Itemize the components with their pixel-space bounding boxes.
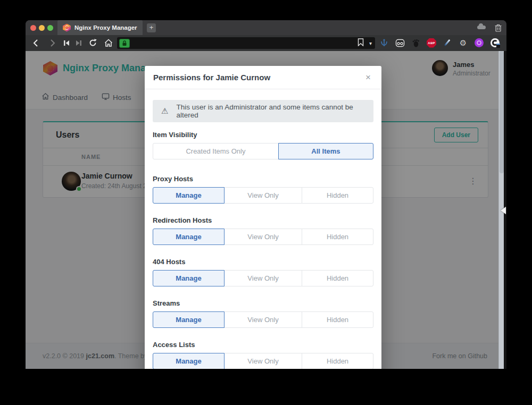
modal-title: Permissions for Jamie Curnow xyxy=(153,73,270,82)
404-hosts-label: 404 Hosts xyxy=(153,258,373,266)
cloud-sync-icon[interactable] xyxy=(477,26,486,29)
visibility-created-items-only-button[interactable]: Created Items Only xyxy=(153,143,279,159)
bookmark-icon[interactable] xyxy=(358,38,364,48)
home-button[interactable] xyxy=(104,38,113,50)
redirection-hosts-label: Redirection Hosts xyxy=(153,216,373,224)
redirection-hosts-view-only-button[interactable]: View Only xyxy=(224,229,302,245)
browser-toolbar: ▾ ABP ⚙ xyxy=(26,35,506,51)
trash-icon[interactable] xyxy=(495,24,502,34)
page-viewport: Nginx Proxy Manager James Administrator … xyxy=(26,51,506,369)
warning-icon: ⚠ xyxy=(161,106,168,116)
streams-label: Streams xyxy=(153,299,373,307)
item-visibility-label: Item Visibility xyxy=(153,131,373,139)
redirection-hosts-manage-button[interactable]: Manage xyxy=(153,229,225,245)
streams-manage-button[interactable]: Manage xyxy=(153,311,225,328)
skip-start-button[interactable] xyxy=(63,39,70,49)
proxy-hosts-hidden-button[interactable]: Hidden xyxy=(302,187,373,204)
404-hosts-hidden-button[interactable]: Hidden xyxy=(302,270,373,286)
maximize-window-button[interactable] xyxy=(47,25,53,31)
minimize-window-button[interactable] xyxy=(39,25,45,31)
privacy-extension-icon[interactable] xyxy=(490,38,500,48)
ssl-lock-icon[interactable] xyxy=(119,39,130,48)
proxy-hosts-label: Proxy Hosts xyxy=(153,175,373,183)
color-picker-extension-icon[interactable] xyxy=(442,38,452,48)
access-lists-view-only-button[interactable]: View Only xyxy=(224,353,302,369)
gnome-foot-extension-icon[interactable] xyxy=(411,38,421,48)
browser-tab[interactable]: Nginx Proxy Manager xyxy=(57,20,143,35)
redirection-hosts-group: Manage View Only Hidden xyxy=(153,229,373,245)
access-lists-group: Manage View Only Hidden xyxy=(153,353,373,369)
bookmark-caret-icon[interactable]: ▾ xyxy=(369,40,372,46)
back-button[interactable] xyxy=(32,39,40,49)
access-lists-label: Access Lists xyxy=(153,341,373,349)
close-icon[interactable]: × xyxy=(365,73,371,82)
streams-view-only-button[interactable]: View Only xyxy=(224,311,302,328)
permissions-modal: Permissions for Jamie Curnow × ⚠ This us… xyxy=(145,66,381,369)
tab-title: Nginx Proxy Manager xyxy=(74,24,137,31)
new-tab-button[interactable]: + xyxy=(147,23,156,32)
access-lists-hidden-button[interactable]: Hidden xyxy=(302,353,373,369)
extensions-row: ABP ⚙ xyxy=(379,38,500,48)
item-visibility-group: Created Items Only All Items xyxy=(153,143,373,159)
404-hosts-view-only-button[interactable]: View Only xyxy=(224,270,302,286)
browser-titlebar: Nginx Proxy Manager + xyxy=(26,20,506,35)
adblock-plus-extension-icon[interactable]: ABP xyxy=(427,38,436,48)
tridactyl-extension-icon[interactable] xyxy=(379,38,389,48)
proxy-hosts-view-only-button[interactable]: View Only xyxy=(224,187,302,204)
streams-hidden-button[interactable]: Hidden xyxy=(302,311,373,328)
proxy-hosts-manage-button[interactable]: Manage xyxy=(153,187,225,204)
purple-extension-icon[interactable] xyxy=(474,38,484,48)
settings-gear-extension-icon[interactable]: ⚙ xyxy=(458,38,468,48)
browser-window: Nginx Proxy Manager + ▾ xyxy=(26,20,506,369)
mouse-cursor xyxy=(501,207,506,214)
npm-favicon-icon xyxy=(63,24,71,32)
404-hosts-group: Manage View Only Hidden xyxy=(153,270,373,286)
404-hosts-manage-button[interactable]: Manage xyxy=(153,270,225,286)
redirection-hosts-hidden-button[interactable]: Hidden xyxy=(302,229,373,245)
reload-button[interactable] xyxy=(88,38,97,49)
scrollbar-thumb[interactable] xyxy=(500,51,504,173)
goggles-extension-icon[interactable] xyxy=(395,38,405,48)
alert-text: This user is an Administrator and some i… xyxy=(176,103,365,119)
visibility-all-items-button[interactable]: All Items xyxy=(278,143,373,159)
forward-button[interactable] xyxy=(48,39,56,49)
skip-end-button[interactable] xyxy=(75,39,82,49)
admin-warning-alert: ⚠ This user is an Administrator and some… xyxy=(153,100,373,122)
streams-group: Manage View Only Hidden xyxy=(153,311,373,328)
access-lists-manage-button[interactable]: Manage xyxy=(153,353,225,369)
address-bar[interactable]: ▾ xyxy=(117,37,375,49)
close-window-button[interactable] xyxy=(30,25,36,31)
proxy-hosts-group: Manage View Only Hidden xyxy=(153,187,373,204)
